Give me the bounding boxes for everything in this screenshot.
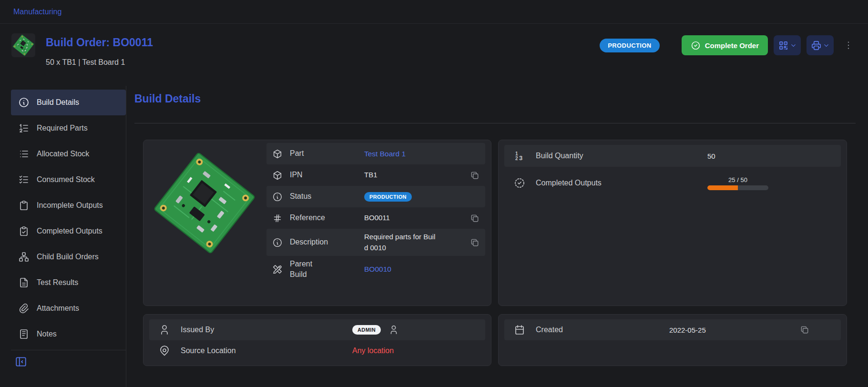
progress-fill <box>707 185 738 190</box>
sidebar-item-test-results[interactable]: Test Results <box>11 270 126 295</box>
issued-by-label: Issued By <box>181 326 352 334</box>
title-block: Build Order: BO0011 50 x TB1 | Test Boar… <box>46 33 153 67</box>
content: Build DetailsRequired PartsAllocated Sto… <box>0 86 868 387</box>
sidebar-item-allocated-stock[interactable]: Allocated Stock <box>11 141 126 167</box>
chevron-down-icon <box>790 42 797 49</box>
build-quantity-row: 123 Build Quantity 50 <box>504 145 841 167</box>
part-thumbnail-graphic <box>11 33 35 57</box>
numbers-icon: 123 <box>514 150 525 162</box>
info-circle-icon <box>272 192 283 202</box>
detail-row-part: PartTest Board 1 <box>266 143 485 164</box>
sitemap-icon <box>18 251 30 263</box>
build-details-card: PartTest Board 1IPNTB1StatusPRODUCTIONRe… <box>143 140 491 306</box>
copy-icon <box>800 325 809 335</box>
created-card: Created 2022-05-25 <box>498 314 847 366</box>
sidebar-item-incomplete-outputs[interactable]: Incomplete Outputs <box>11 193 126 218</box>
sidebar-item-child-build-orders[interactable]: Child Build Orders <box>11 244 126 270</box>
list-numbers-icon <box>18 122 30 134</box>
created-row: Created 2022-05-25 <box>504 319 841 340</box>
ipn-value: TB1 <box>364 170 378 181</box>
sidebar-item-label: Required Parts <box>37 124 88 132</box>
collapse-sidebar-button[interactable] <box>15 356 27 368</box>
barcode-actions-button[interactable] <box>774 35 801 55</box>
sidebar-item-label: Attachments <box>37 304 79 313</box>
sidebar-item-build-details[interactable]: Build Details <box>11 90 126 115</box>
svg-text:1: 1 <box>515 151 518 156</box>
section-divider <box>134 123 856 123</box>
progress-check-icon <box>514 177 525 189</box>
detail-label: Status <box>290 191 364 202</box>
paperclip-icon <box>18 303 30 314</box>
sidebar-item-notes[interactable]: Notes <box>11 321 126 347</box>
sidebar-item-label: Test Results <box>37 278 78 287</box>
circle-check-icon <box>691 41 701 51</box>
copy-button[interactable] <box>470 171 480 180</box>
copy-button[interactable] <box>470 214 480 223</box>
sidebar-item-label: Incomplete Outputs <box>37 201 103 210</box>
progress-bar <box>707 185 768 190</box>
part-thumbnail[interactable] <box>11 33 35 57</box>
page-title: Build Order: BO0011 <box>46 36 153 49</box>
info-circle-icon <box>18 97 30 108</box>
copy-button[interactable] <box>470 238 480 247</box>
status-value: PRODUCTION <box>364 192 412 202</box>
detail-label: Part <box>290 148 364 159</box>
copy-icon <box>470 214 480 223</box>
issued-card: Issued By ADMIN Source Location Any loca… <box>143 314 491 366</box>
part-image-graphic <box>148 147 261 259</box>
build-quantity-card: 123 Build Quantity 50 Completed Outputs … <box>498 140 847 306</box>
parent-build-value[interactable]: BO0010 <box>364 265 391 274</box>
source-location-row: Source Location Any location <box>149 340 485 361</box>
sidebar-item-required-parts[interactable]: Required Parts <box>11 115 126 141</box>
more-actions-button[interactable] <box>841 37 856 54</box>
created-label: Created <box>536 326 669 334</box>
complete-order-button[interactable]: Complete Order <box>682 35 768 55</box>
detail-table: PartTest Board 1IPNTB1StatusPRODUCTIONRe… <box>266 143 485 300</box>
progress-label: 25 / 50 <box>728 176 747 183</box>
qrcode-icon <box>778 40 789 51</box>
user-icon <box>388 325 399 335</box>
sidebar-items: Build DetailsRequired PartsAllocated Sto… <box>11 90 126 347</box>
build-quantity-value: 50 <box>707 152 715 160</box>
detail-row-description: DescriptionRequired parts for Build 0010 <box>266 229 485 256</box>
issued-by-row: Issued By ADMIN <box>149 319 485 340</box>
detail-row-parent-build: Parent BuildBO0010 <box>266 256 485 283</box>
list-check-icon <box>18 174 30 185</box>
copy-icon <box>470 171 480 180</box>
info-circle-icon <box>272 237 283 248</box>
page-subtitle: 50 x TB1 | Test Board 1 <box>46 58 153 67</box>
complete-order-label: Complete Order <box>705 41 759 50</box>
detail-label: Description <box>290 237 364 247</box>
created-value: 2022-05-25 <box>669 326 706 334</box>
sidebar: Build DetailsRequired PartsAllocated Sto… <box>0 86 126 387</box>
detail-row-reference: ReferenceBO0011 <box>266 207 485 229</box>
completed-outputs-row: Completed Outputs 25 / 50 <box>504 171 841 195</box>
sidebar-item-attachments[interactable]: Attachments <box>11 295 126 321</box>
svg-text:2: 2 <box>515 156 518 161</box>
part-image[interactable] <box>148 147 261 259</box>
detail-label: IPN <box>290 170 364 180</box>
list-icon <box>18 148 30 160</box>
sidebar-item-label: Consumed Stock <box>37 175 95 184</box>
description-value: Required parts for Build 0010 <box>364 232 437 253</box>
detail-row-ipn: IPNTB1 <box>266 164 485 186</box>
part-value[interactable]: Test Board 1 <box>364 150 406 158</box>
printer-icon <box>811 40 822 51</box>
package-icon <box>272 149 283 159</box>
section-heading: Build Details <box>134 92 856 105</box>
sidebar-item-completed-outputs[interactable]: Completed Outputs <box>11 218 126 244</box>
breadcrumb-manufacturing[interactable]: Manufacturing <box>13 8 61 16</box>
sidebar-item-label: Completed Outputs <box>37 227 102 235</box>
details-grid: PartTest Board 1IPNTB1StatusPRODUCTIONRe… <box>143 140 847 366</box>
copy-button[interactable] <box>800 325 809 335</box>
print-actions-button[interactable] <box>807 35 834 55</box>
copy-icon <box>470 238 480 247</box>
tools-icon <box>272 264 283 275</box>
sidebar-item-consumed-stock[interactable]: Consumed Stock <box>11 167 126 193</box>
svg-text:3: 3 <box>519 154 522 162</box>
collapse-sidebar-icon <box>15 356 27 368</box>
header: Build Order: BO0011 50 x TB1 | Test Boar… <box>0 24 868 86</box>
map-pin-icon <box>159 345 170 356</box>
completed-outputs-progress: 25 / 50 <box>707 176 768 190</box>
notes-icon <box>18 328 30 340</box>
